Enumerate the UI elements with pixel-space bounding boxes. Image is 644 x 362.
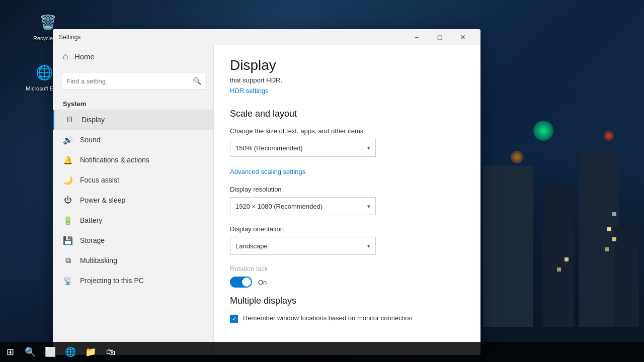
taskbar-edge-icon[interactable]: 🌐: [60, 342, 80, 362]
storage-label: Storage: [80, 236, 105, 244]
multitasking-icon: ⧉: [63, 255, 73, 265]
orientation-dropdown[interactable]: Landscape ▾: [230, 237, 376, 255]
window-body: ⌂ Home 🔍 System 🖥 Display 🔊 Sound: [53, 45, 480, 355]
scale-setting-row: Change the size of text, apps, and other…: [230, 127, 464, 157]
minimize-button[interactable]: −: [405, 29, 428, 45]
sound-label: Sound: [80, 136, 100, 144]
storage-icon: 💾: [63, 235, 73, 245]
taskbar-start-button[interactable]: ⊞: [0, 342, 20, 362]
sidebar-item-notifications[interactable]: 🔔 Notifications & actions: [53, 150, 213, 170]
sidebar-item-projecting[interactable]: 📡 Projecting to this PC: [53, 270, 213, 291]
sidebar-item-storage[interactable]: 💾 Storage: [53, 230, 213, 250]
search-box: 🔍: [61, 72, 205, 90]
remember-checkbox-row: ✓ Remember window locations based on mon…: [230, 314, 464, 323]
focus-assist-label: Focus assist: [80, 176, 119, 184]
sidebar-item-display[interactable]: 🖥 Display: [53, 110, 213, 130]
resolution-chevron-icon: ▾: [367, 203, 370, 210]
main-content: Display that support HDR. HDR settings S…: [214, 45, 480, 355]
taskbar-file-explorer[interactable]: 📁: [80, 342, 101, 362]
orientation-chevron-icon: ▾: [367, 243, 370, 249]
battery-icon: 🔋: [63, 215, 73, 225]
taskbar: ⊞ 🔍 ⬜ 🌐 📁 🛍: [0, 342, 644, 362]
system-section-label: System: [53, 96, 213, 110]
sidebar-home-label: Home: [74, 52, 95, 61]
settings-window: Settings − □ ✕ ⌂ Home 🔍: [53, 29, 480, 355]
rotation-lock-state: On: [258, 279, 267, 286]
projecting-label: Projecting to this PC: [80, 277, 144, 285]
sidebar-item-multitasking[interactable]: ⧉ Multitasking: [53, 250, 213, 270]
close-button[interactable]: ✕: [451, 29, 474, 45]
hdr-settings-link[interactable]: HDR settings: [230, 87, 269, 95]
remember-checkbox-label: Remember window locations based on monit…: [243, 314, 413, 322]
notifications-label: Notifications & actions: [80, 156, 149, 164]
sidebar-item-battery[interactable]: 🔋 Battery: [53, 210, 213, 230]
scale-value: 150% (Recommended): [235, 144, 303, 152]
sidebar: ⌂ Home 🔍 System 🖥 Display 🔊 Sound: [53, 45, 214, 355]
rotation-lock-label: Rotation lock: [230, 265, 464, 273]
power-sleep-icon: ⏻: [63, 195, 73, 205]
maximize-button[interactable]: □: [428, 29, 451, 45]
power-sleep-label: Power & sleep: [80, 196, 125, 204]
sidebar-item-power-sleep[interactable]: ⏻ Power & sleep: [53, 190, 213, 210]
window-title: Settings: [59, 34, 405, 41]
checkbox-check-icon: ✓: [232, 316, 236, 322]
display-label: Display: [82, 116, 105, 124]
page-title: Display: [230, 57, 464, 73]
desktop: 🗑️ Recycle Bin 🌐 Microsoft Edge Settings: [0, 0, 644, 362]
title-bar: Settings − □ ✕: [53, 29, 480, 45]
home-icon: ⌂: [63, 51, 68, 62]
notifications-icon: 🔔: [63, 155, 73, 165]
orientation-value: Landscape: [235, 242, 268, 250]
remember-checkbox[interactable]: ✓: [230, 315, 238, 323]
display-icon: 🖥: [64, 115, 74, 125]
scale-chevron-icon: ▾: [367, 145, 370, 151]
toggle-thumb: [242, 278, 251, 287]
window-controls: − □ ✕: [405, 29, 474, 45]
sidebar-item-sound[interactable]: 🔊 Sound: [53, 130, 213, 150]
taskbar-task-view[interactable]: ⬜: [40, 342, 60, 362]
focus-assist-icon: 🌙: [63, 175, 73, 185]
scale-layout-title: Scale and layout: [230, 109, 464, 119]
multitasking-label: Multitasking: [80, 256, 117, 264]
search-input[interactable]: [61, 72, 205, 90]
resolution-setting-row: Display resolution 1920 × 1080 (Recommen…: [230, 186, 464, 215]
search-icon: 🔍: [193, 77, 201, 85]
orientation-label: Display orientation: [230, 225, 464, 233]
resolution-value: 1920 × 1080 (Recommended): [235, 203, 323, 210]
taskbar-store-icon[interactable]: 🛍: [101, 342, 121, 362]
resolution-label: Display resolution: [230, 186, 464, 193]
projecting-icon: 📡: [63, 276, 73, 286]
scale-description: Change the size of text, apps, and other…: [230, 127, 464, 135]
scale-dropdown[interactable]: 150% (Recommended) ▾: [230, 139, 376, 157]
advanced-scaling-link[interactable]: Advanced scaling settings: [230, 168, 305, 175]
battery-label: Battery: [80, 216, 102, 224]
sidebar-item-focus-assist[interactable]: 🌙 Focus assist: [53, 170, 213, 190]
rotation-lock-toggle-row: On: [230, 277, 464, 288]
hdr-description: that support HDR.: [230, 76, 464, 84]
resolution-dropdown[interactable]: 1920 × 1080 (Recommended) ▾: [230, 197, 376, 215]
rotation-lock-toggle[interactable]: [230, 277, 252, 288]
multiple-displays-title: Multiple displays: [230, 296, 464, 306]
sound-icon: 🔊: [63, 135, 73, 145]
taskbar-search-button[interactable]: 🔍: [20, 342, 40, 362]
orientation-setting-row: Display orientation Landscape ▾: [230, 225, 464, 255]
sidebar-home-item[interactable]: ⌂ Home: [53, 45, 213, 68]
